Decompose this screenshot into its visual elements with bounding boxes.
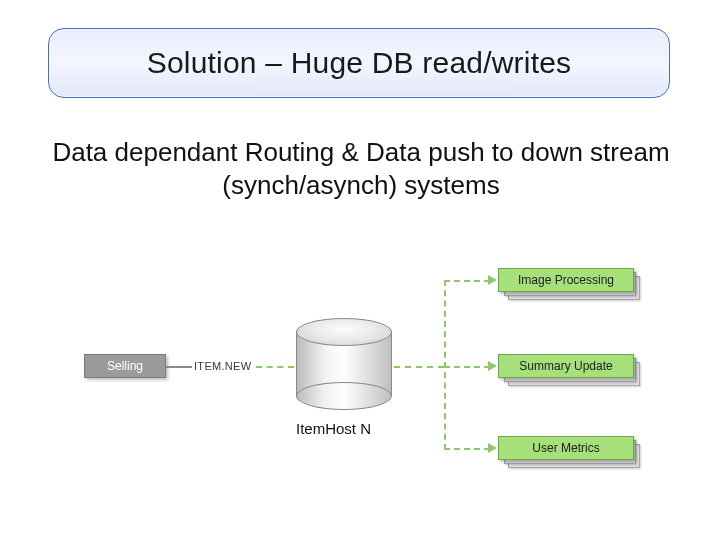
database-label: ItemHost N — [296, 420, 416, 437]
architecture-diagram: Selling ITEM.NEW ItemHost N Image Proces… — [0, 260, 720, 490]
connector-to-summary-update — [444, 366, 490, 368]
database-icon — [296, 318, 392, 410]
target-label: User Metrics — [532, 441, 599, 455]
source-node-label: Selling — [107, 359, 143, 373]
target-node-user-metrics: User Metrics — [498, 436, 642, 470]
target-node-image-processing: Image Processing — [498, 268, 642, 302]
target-node-summary-update: Summary Update — [498, 354, 642, 388]
connector-to-image-processing — [444, 280, 490, 282]
arrowhead-image-processing — [488, 275, 497, 285]
arrowhead-user-metrics — [488, 443, 497, 453]
connector-event-to-db — [256, 366, 294, 368]
connector-db-out — [394, 366, 444, 368]
connector-to-user-metrics — [444, 448, 490, 450]
arrowhead-summary-update — [488, 361, 497, 371]
target-label: Summary Update — [519, 359, 612, 373]
connector-source-to-event — [166, 366, 192, 368]
event-label: ITEM.NEW — [194, 360, 251, 372]
title-text: Solution – Huge DB read/writes — [147, 46, 572, 80]
source-node-selling: Selling — [84, 354, 166, 378]
target-label: Image Processing — [518, 273, 614, 287]
connector-vertical-split — [444, 280, 446, 450]
subtitle-text: Data dependant Routing & Data push to do… — [46, 136, 676, 201]
title-banner: Solution – Huge DB read/writes — [48, 28, 670, 98]
